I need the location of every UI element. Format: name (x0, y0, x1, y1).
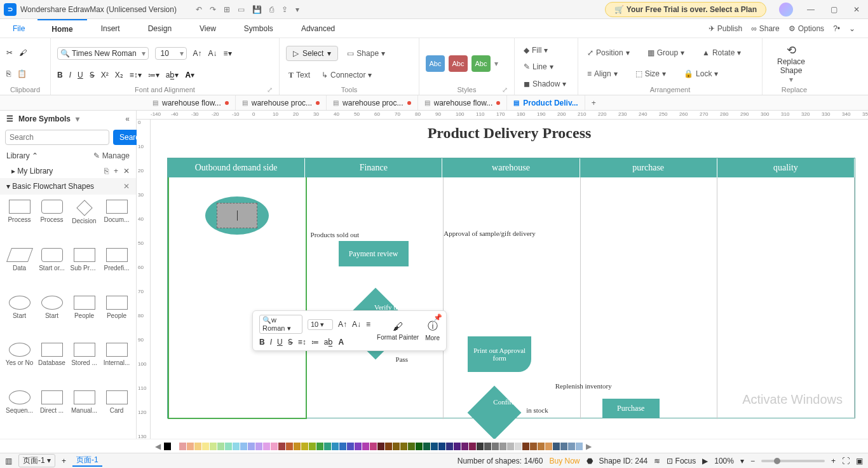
shape-start or...[interactable]: Start or... (36, 247, 67, 292)
share-button[interactable]: ∞ Share (751, 24, 780, 33)
start-shape[interactable] (205, 196, 269, 235)
float-strike-icon[interactable]: S̶ (288, 338, 293, 347)
position-button[interactable]: ⤢ Position▾ (585, 47, 632, 59)
lane-header-0[interactable]: Outbound demand side (168, 158, 305, 177)
bold-icon[interactable]: B (57, 71, 63, 79)
add-tab-button[interactable]: + (585, 99, 602, 107)
layout-view-icon[interactable]: ▥ (5, 457, 12, 465)
text-edit-box[interactable] (217, 203, 257, 228)
theme-swatch-1[interactable]: Abc (426, 55, 445, 72)
collapse-ribbon-icon[interactable]: ⌄ (849, 24, 855, 33)
print-icon[interactable]: ⎙ (269, 5, 274, 14)
redo-icon[interactable]: ↷ (210, 5, 216, 14)
text-tool[interactable]: 𝐓 Text (286, 69, 313, 81)
help-icon[interactable]: ?• (833, 24, 840, 33)
shape-database[interactable]: Database (36, 341, 67, 387)
trial-banner[interactable]: 🛒 Your Free Trial is over. Select a Plan (605, 2, 766, 17)
save-icon[interactable]: 💾 (252, 5, 262, 14)
page-tab[interactable]: 页面-1 (72, 455, 102, 467)
color-swatch[interactable] (309, 443, 316, 450)
font-size-select[interactable]: 10▾ (155, 47, 187, 60)
select-tool[interactable]: ▷ Select ▾ (286, 46, 338, 61)
color-swatch[interactable] (339, 443, 346, 450)
color-swatch[interactable] (416, 443, 423, 450)
lib-close-icon[interactable]: ✕ (123, 167, 130, 176)
theme-more-icon[interactable]: ▾ (494, 59, 498, 68)
close-icon[interactable]: ✕ (845, 0, 868, 19)
color-swatch[interactable] (240, 443, 247, 450)
document-tab[interactable]: ▤warehouse proc... (236, 95, 327, 110)
color-swatch[interactable] (248, 443, 255, 450)
shape-start[interactable]: Start (4, 294, 35, 340)
document-tab[interactable]: ▤Product Deliv... (507, 95, 585, 110)
minimize-icon[interactable]: — (799, 0, 822, 19)
color-swatch[interactable] (507, 443, 514, 450)
color-swatch[interactable] (324, 443, 331, 450)
shape-decision[interactable]: Decision (69, 198, 100, 245)
float-fontcolor-icon[interactable]: A (338, 338, 344, 347)
publish-button[interactable]: ✈ Publish (709, 24, 742, 33)
lane-header-3[interactable]: purchase (580, 158, 717, 177)
color-swatch[interactable] (255, 443, 262, 450)
buy-now-link[interactable]: Buy Now (549, 457, 580, 465)
strike-icon[interactable]: S̶ (90, 71, 95, 79)
shape-manual...[interactable]: Manual... (69, 389, 100, 435)
shape-start[interactable]: Start (36, 294, 67, 340)
collapse-panel-icon[interactable]: « (125, 114, 130, 123)
color-swatch[interactable] (202, 443, 209, 450)
lib-add-icon[interactable]: + (114, 167, 118, 176)
color-swatch[interactable] (370, 443, 377, 450)
shape-process[interactable]: Process (36, 198, 67, 245)
more-button[interactable]: ⓘMore (425, 320, 440, 341)
zoom-out-icon[interactable]: − (750, 457, 755, 465)
float-italic-icon[interactable]: I (270, 338, 272, 347)
color-swatch[interactable] (484, 443, 491, 450)
qat-more-icon[interactable]: ▾ (295, 5, 299, 14)
my-library[interactable]: ▸ My Library (11, 167, 53, 176)
float-grow-icon[interactable]: A↑ (338, 320, 347, 329)
float-shrink-icon[interactable]: A↓ (352, 320, 361, 329)
zoom-in-icon[interactable]: + (831, 457, 836, 465)
color-swatch[interactable] (530, 443, 537, 450)
export-icon[interactable]: ⇪ (281, 5, 288, 14)
subscript-icon[interactable]: X₂ (115, 71, 123, 79)
float-bold-icon[interactable]: B (259, 338, 265, 347)
shape-people[interactable]: People (69, 294, 100, 340)
grow-font-icon[interactable]: A↑ (193, 49, 202, 58)
document-tab[interactable]: ▤warehouse flow... (146, 95, 236, 110)
color-swatch[interactable] (332, 443, 339, 450)
color-swatch[interactable] (294, 443, 301, 450)
paste-icon[interactable]: 📋 (17, 69, 27, 78)
line-button[interactable]: ✎ Line ▾ (521, 61, 571, 72)
paintbrush-icon[interactable]: 🖌 (19, 48, 27, 57)
theme-swatch-3[interactable]: Abc (471, 55, 491, 72)
tab-home[interactable]: Home (37, 19, 86, 38)
color-swatch[interactable] (225, 443, 232, 450)
color-swatch[interactable] (560, 443, 567, 450)
tab-advanced[interactable]: Advanced (287, 19, 349, 38)
color-swatch[interactable] (377, 443, 384, 450)
float-bullets-icon[interactable]: ≔ (311, 338, 319, 347)
shape-direct ...[interactable]: Direct ... (36, 389, 67, 435)
document-tab[interactable]: ▤warehouse flow... (418, 95, 508, 110)
color-swatch[interactable] (477, 443, 484, 450)
color-swatch[interactable] (454, 443, 461, 450)
color-swatch[interactable] (271, 443, 278, 450)
color-swatch[interactable] (400, 443, 407, 450)
color-swatch[interactable] (568, 443, 575, 450)
file-menu[interactable]: File (0, 24, 37, 33)
color-swatch[interactable] (538, 443, 545, 450)
color-swatch[interactable] (469, 443, 476, 450)
color-swatch[interactable] (286, 443, 293, 450)
rotate-button[interactable]: ▲ Rotate▾ (700, 47, 743, 59)
lock-button[interactable]: 🔒 Lock▾ (681, 68, 721, 79)
float-align-icon[interactable]: ≡ (366, 320, 370, 329)
align-menu-icon[interactable]: ≡▾ (224, 49, 232, 58)
shape-data[interactable]: Data (4, 247, 35, 292)
color-swatch[interactable] (385, 443, 392, 450)
float-spacing-icon[interactable]: ≡↕ (298, 338, 306, 347)
lane-header-2[interactable]: warehouse (442, 158, 580, 177)
swimlane-container[interactable]: Outbound demand side Finance warehouse p… (167, 158, 855, 418)
search-input[interactable] (5, 130, 109, 145)
bullet-list-icon[interactable]: ≔▾ (148, 71, 159, 79)
